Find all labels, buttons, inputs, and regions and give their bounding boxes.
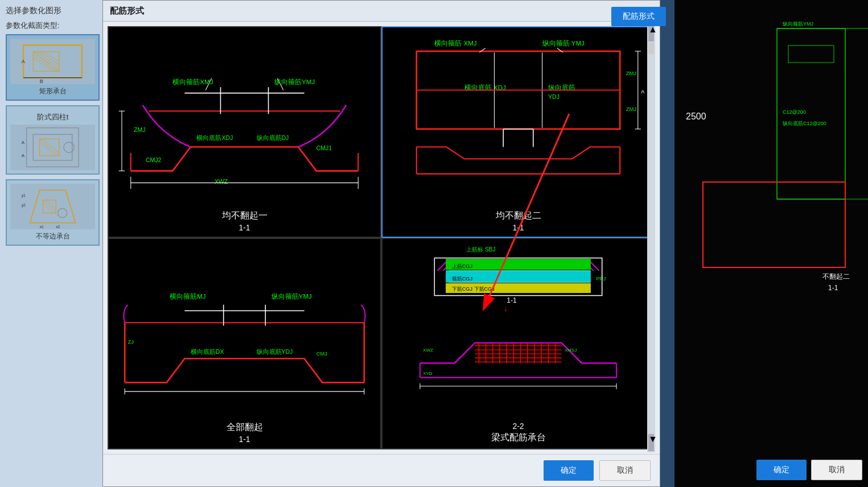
svg-line-22 (43, 200, 56, 213)
cell1-main-label: 均不翻起一 (109, 210, 380, 222)
svg-text:A: A (22, 59, 26, 64)
cell3-sub-label: 1-1 (109, 435, 380, 444)
shape-svg-stepped: A A (10, 125, 95, 170)
svg-text:A: A (22, 153, 25, 158)
svg-text:CMJ: CMJ (316, 350, 328, 357)
shape-canvas-stepped: A A (10, 125, 95, 170)
svg-text:上筋标 SBJ: 上筋标 SBJ (466, 246, 495, 253)
svg-text:横向底筋XDJ: 横向底筋XDJ (196, 134, 233, 141)
cell2-main-label: 均不翻起二 (382, 210, 654, 222)
svg-text:PPJ: PPJ (597, 276, 606, 282)
svg-text:↓: ↓ (504, 304, 508, 313)
shape-svg-trapezoid: y1 y2 x1 x2 (10, 184, 95, 229)
shape-svg-rect: A B (10, 39, 95, 84)
main-dialog: 配筋形式 □ × (102, 0, 660, 487)
svg-text:横向箍筋MJ: 横向箍筋MJ (170, 293, 205, 300)
svg-text:横向底筋DX: 横向底筋DX (191, 348, 224, 355)
svg-text:A: A (641, 88, 645, 94)
grid-cell-2[interactable]: 横向底筋 XDJ 纵向底筋 YDJ 横向箍筋 XMJ 纵向箍筋 YMJ ZMJ … (381, 26, 655, 238)
svg-text:XWZ: XWZ (423, 348, 433, 353)
right-bottom-buttons: 确定 取消 (756, 460, 862, 480)
svg-line-2 (33, 52, 59, 71)
svg-text:XMSJ: XMSJ (565, 348, 577, 353)
cell4-main-label: 梁式配筋承台 (382, 432, 654, 444)
svg-line-7 (33, 58, 52, 71)
svg-line-15 (43, 139, 59, 152)
svg-text:XWZ: XWZ (215, 178, 228, 185)
right-cad-panel: 纵向箍筋YMJ C12@200 纵向底筋C12@200 不翻起二 1-1 250… (674, 0, 868, 487)
svg-text:箍筋CGJ: 箍筋CGJ (452, 276, 472, 282)
shape-canvas-trapezoid: y1 y2 x1 x2 (10, 184, 95, 229)
shape-item-trapezoid[interactable]: y1 y2 x1 x2 不等边承台 (6, 179, 100, 246)
grid-cell-3[interactable]: 横向箍筋MJ 纵向箍筋YMJ 横向底筋DX 纵向底筋YDJ CMJ ZJ (108, 238, 381, 449)
cell1-sub-label: 1-1 (109, 223, 380, 232)
svg-text:纵向箍筋YMJ: 纵向箍筋YMJ (271, 293, 312, 300)
right-cad-svg: 纵向箍筋YMJ C12@200 纵向底筋C12@200 不翻起二 1-1 250… (674, 0, 868, 487)
top-right-area: 配筋形式 (611, 7, 666, 26)
svg-text:2500: 2500 (686, 112, 706, 121)
svg-text:纵向箍筋 YMJ: 纵向箍筋 YMJ (542, 40, 585, 47)
shape-item-rect[interactable]: A B 矩形承台 (6, 34, 100, 101)
svg-text:下筋CGJ  下筋CGJ: 下筋CGJ 下筋CGJ (452, 286, 495, 292)
cell4-label: 2-2 梁式配筋承台 (382, 420, 654, 444)
left-panel: 选择参数化图形 参数化截面类型: A B (0, 0, 105, 487)
svg-text:ZMJ: ZMJ (626, 106, 637, 112)
svg-rect-53 (386, 27, 650, 195)
right-cancel-button[interactable]: 取消 (811, 460, 862, 480)
svg-text:ZMJ: ZMJ (626, 70, 637, 76)
svg-line-14 (40, 139, 59, 156)
svg-text:纵向底筋DJ: 纵向底筋DJ (257, 134, 289, 141)
svg-text:纵向底筋YDJ: 纵向底筋YDJ (257, 348, 293, 355)
svg-text:x1: x1 (40, 225, 44, 229)
right-confirm-button[interactable]: 确定 (756, 460, 807, 480)
svg-text:CMJ2: CMJ2 (146, 156, 162, 163)
svg-rect-0 (23, 45, 82, 77)
scroll-thumb[interactable] (648, 43, 654, 54)
left-panel-title: 选择参数化图形 (6, 6, 100, 16)
cell3-svg: 横向箍筋MJ 纵向箍筋YMJ 横向底筋DX 纵向底筋YDJ CMJ ZJ (109, 239, 380, 406)
svg-text:ZJ: ZJ (127, 339, 134, 345)
grid-cell-4[interactable]: 上筋标 SBJ 上筋CGJ 箍筋CGJ 下筋CGJ 下筋CGJ (381, 238, 655, 449)
svg-text:上筋CGJ: 上筋CGJ (452, 263, 472, 269)
cell1-label: 均不翻起一 1-1 (109, 210, 380, 232)
scroll-up-btn[interactable]: ▲ (648, 24, 654, 42)
svg-text:XYD: XYD (423, 371, 433, 376)
cancel-button[interactable]: 取消 (599, 460, 651, 481)
svg-text:y1: y1 (22, 193, 26, 198)
cell4-svg: 上筋标 SBJ 上筋CGJ 箍筋CGJ 下筋CGJ 下筋CGJ (382, 239, 654, 406)
scroll-down-btn[interactable]: ▼ (648, 434, 654, 451)
svg-text:CMJ1: CMJ1 (316, 145, 332, 151)
cell2-label: 均不翻起二 1-1 (382, 210, 654, 232)
shape-item-stepped-title: 阶式四柱t (10, 112, 95, 122)
confirm-button[interactable]: 确定 (544, 460, 594, 481)
cell3-main-label: 全部翻起 (109, 422, 380, 434)
scrollbar[interactable]: ▲ ▼ (647, 23, 655, 452)
grid-container: 横向箍筋XMJ 纵向箍筋YMJ 横向底筋XDJ 纵向底筋DJ CMJ1 ZMJ … (103, 22, 660, 454)
svg-line-5 (43, 52, 59, 61)
svg-point-25 (58, 208, 67, 217)
dialog-footer: 确定 取消 (103, 454, 660, 486)
shape-label-trapezoid: 不等边承台 (10, 232, 95, 241)
dialog-title-bar: 配筋形式 □ × (103, 1, 660, 22)
svg-text:横向箍筋XMJ: 横向箍筋XMJ (172, 79, 213, 85)
shape-label-rect: 矩形承台 (10, 86, 95, 96)
svg-text:ZMJ: ZMJ (134, 126, 145, 133)
svg-line-16 (40, 142, 56, 156)
right-cad-content: 纵向箍筋YMJ C12@200 纵向底筋C12@200 不翻起二 1-1 250… (674, 0, 868, 487)
cell1-svg: 横向箍筋XMJ 纵向箍筋YMJ 横向底筋XDJ 纵向底筋DJ CMJ1 ZMJ … (109, 27, 380, 195)
shape-item-stepped[interactable]: 阶式四柱t A A (6, 105, 100, 175)
svg-text:不翻起二: 不翻起二 (822, 273, 850, 280)
section-label: 参数化截面类型: (6, 20, 100, 31)
peijin-form-button[interactable]: 配筋形式 (611, 7, 666, 26)
svg-text:C12@200: C12@200 (783, 109, 806, 115)
svg-point-17 (64, 142, 74, 152)
dialog-content: 横向箍筋XMJ 纵向箍筋YMJ 横向底筋XDJ 纵向底筋DJ CMJ1 ZMJ … (103, 22, 660, 454)
svg-text:纵向底筋C12@200: 纵向底筋C12@200 (783, 121, 826, 126)
shape-canvas-rect: A B (10, 39, 95, 84)
svg-text:y2: y2 (22, 203, 26, 208)
svg-text:纵向箍筋YMJ: 纵向箍筋YMJ (783, 21, 813, 27)
svg-line-4 (40, 52, 59, 65)
cell2-sub-label: 1-1 (382, 223, 654, 232)
svg-text:纵向箍筋YMJ: 纵向箍筋YMJ (274, 79, 315, 85)
grid-cell-1[interactable]: 横向箍筋XMJ 纵向箍筋YMJ 横向底筋XDJ 纵向底筋DJ CMJ1 ZMJ … (108, 26, 381, 238)
